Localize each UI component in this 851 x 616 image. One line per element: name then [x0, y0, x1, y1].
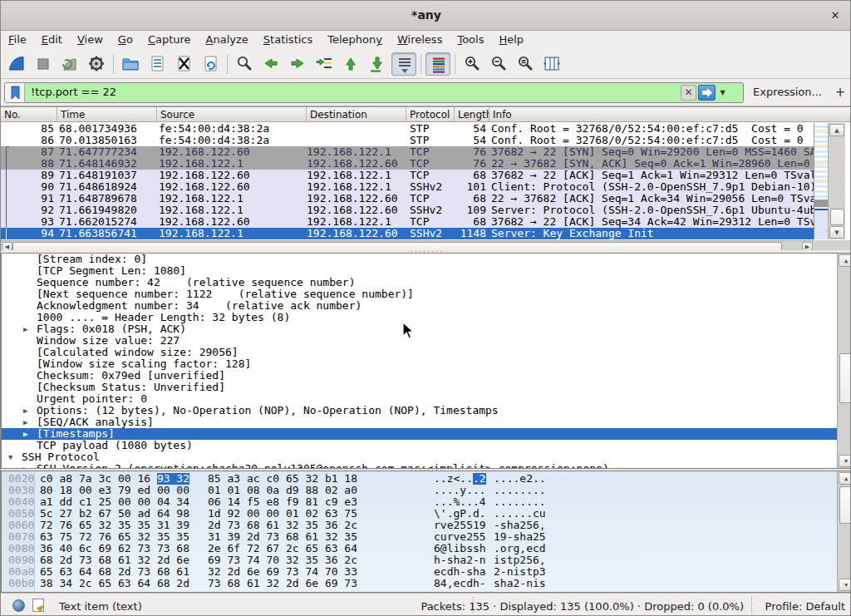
zoom-out-button[interactable]	[486, 52, 511, 76]
detail-row[interactable]: Acknowledgment number: 34 (relative ack …	[2, 300, 851, 312]
column-header-time[interactable]: Time	[57, 107, 157, 122]
detail-row[interactable]: Window size value: 227	[2, 335, 851, 347]
auto-scroll-button[interactable]	[391, 52, 416, 76]
menu-item-wireless[interactable]: Wireless	[390, 31, 450, 50]
resize-columns-button[interactable]	[539, 52, 564, 76]
menu-item-edit[interactable]: Edit	[34, 31, 70, 50]
packet-row-94[interactable]: 9471.663856741192.168.122.1192.168.122.6…	[1, 228, 814, 239]
detail-row[interactable]: Sequence number: 42 (relative sequence n…	[2, 277, 851, 288]
go-first-button[interactable]	[338, 52, 363, 76]
zoom-100-button[interactable]	[513, 52, 538, 76]
close-file-button[interactable]	[171, 52, 196, 76]
detail-row[interactable]: Checksum: 0x79ed [unverified]	[2, 370, 851, 382]
packet-row-91[interactable]: 9171.648789678192.168.122.1192.168.122.6…	[1, 193, 814, 205]
column-header-source[interactable]: Source	[157, 107, 307, 122]
packet-list-minimap[interactable]	[814, 123, 828, 239]
collapse-arrow-icon[interactable]: ▼	[8, 451, 12, 463]
go-back-button[interactable]	[258, 52, 283, 76]
detail-row[interactable]: ▶[SEQ/ACK analysis]	[2, 416, 851, 428]
go-to-packet-button[interactable]	[312, 52, 337, 76]
detail-row[interactable]: ▶SSH Version 2 (encryption:chacha20-poly…	[2, 463, 851, 469]
capture-comment-icon[interactable]	[32, 599, 44, 612]
menu-item-capture[interactable]: Capture	[140, 31, 199, 50]
scroll-up-arrow[interactable]: ▲	[839, 254, 851, 267]
expand-arrow-icon[interactable]: ▶	[23, 405, 27, 416]
detail-row[interactable]: Urgent pointer: 0	[2, 393, 851, 405]
status-profile[interactable]: Profile: Default	[765, 600, 845, 613]
detail-row[interactable]: [Calculated window size: 29056]	[2, 347, 851, 358]
add-filter-button[interactable]: +	[834, 83, 847, 101]
scrollbar-thumb[interactable]	[839, 353, 851, 403]
hex-row-0030[interactable]: 003080 18 00 e3 79 ed 00 0001 01 08 0a d…	[2, 485, 837, 496]
filter-bookmark-button[interactable]	[5, 83, 25, 102]
hex-row-0070[interactable]: 007063 75 72 76 65 32 35 3531 39 2d 73 6…	[2, 531, 837, 543]
packet-list-vertical-scrollbar[interactable]: ▲ ▼	[828, 123, 845, 239]
close-window-button[interactable]: ✕	[827, 7, 844, 24]
expert-info-icon[interactable]	[12, 599, 25, 612]
scroll-up-arrow[interactable]: ▲	[839, 472, 851, 485]
column-header-length[interactable]: Length	[455, 107, 489, 122]
hex-row-0060[interactable]: 006072 76 65 32 35 35 31 392d 73 68 61 3…	[2, 520, 837, 531]
packet-row-89[interactable]: 8971.648191037192.168.122.60192.168.122.…	[1, 170, 814, 181]
detail-row[interactable]: ▼SSH Protocol	[2, 451, 851, 463]
scroll-down-arrow[interactable]: ▼	[839, 455, 851, 467]
save-file-button[interactable]	[145, 52, 170, 76]
capture-options-button[interactable]	[84, 52, 109, 76]
column-header-no[interactable]: No.	[1, 107, 57, 122]
column-header-destination[interactable]: Destination	[307, 107, 406, 122]
zoom-in-button[interactable]	[460, 52, 485, 76]
expand-arrow-icon[interactable]: ▶	[23, 323, 27, 335]
hex-row-00a0[interactable]: 00a065 63 64 68 2d 73 68 6132 2d 6e 69 7…	[2, 566, 837, 578]
menu-item-help[interactable]: Help	[491, 31, 531, 50]
hex-row-0020[interactable]: 0020c0 a8 7a 3c 00 16 93 3285 a3 ac c0 6…	[2, 473, 837, 485]
filter-clear-button[interactable]: ✕	[681, 85, 696, 101]
start-capture-button[interactable]	[4, 52, 29, 76]
detail-row[interactable]: [Checksum Status: Unverified]	[2, 382, 851, 393]
scrollbar-thumb[interactable]	[830, 209, 844, 225]
scroll-up-arrow[interactable]: ▲	[829, 124, 844, 136]
menu-item-telephony[interactable]: Telephony	[320, 31, 390, 50]
detail-row[interactable]: [TCP Segment Len: 1080]	[2, 265, 851, 277]
scroll-down-arrow[interactable]: ▼	[829, 226, 844, 239]
filter-expression-text[interactable]: !tcp.port == 22	[31, 86, 116, 98]
detail-row[interactable]: TCP payload (1080 bytes)	[2, 440, 851, 451]
packet-row-86[interactable]: 8670.013850163fe:54:00:d4:38:2aSTP54Conf…	[1, 135, 814, 146]
go-forward-button[interactable]	[285, 52, 310, 76]
detail-row[interactable]: [Stream index: 0]	[2, 254, 851, 265]
column-header-info[interactable]: Info	[489, 107, 851, 122]
expression-button[interactable]: Expression...	[753, 86, 822, 98]
detail-row[interactable]: 1000 .... = Header Length: 32 bytes (8)	[2, 312, 851, 323]
colorize-button[interactable]	[426, 52, 450, 76]
open-file-button[interactable]	[118, 52, 143, 76]
menu-item-go[interactable]: Go	[111, 31, 140, 50]
bytes-vertical-scrollbar[interactable]: ▲ ▼	[837, 471, 851, 592]
expand-arrow-icon[interactable]: ▶	[23, 416, 27, 428]
hex-row-0080[interactable]: 008036 40 6c 69 62 73 73 682e 6f 72 67 2…	[2, 543, 837, 554]
expand-arrow-icon[interactable]: ▶	[23, 428, 27, 440]
packet-row-88[interactable]: 8871.648146932192.168.122.1192.168.122.6…	[1, 158, 814, 170]
scrollbar-thumb[interactable]	[839, 486, 851, 524]
hex-row-0090[interactable]: 009068 2d 73 68 61 32 2d 6e69 73 74 70 3…	[2, 554, 837, 566]
menu-item-statistics[interactable]: Statistics	[256, 31, 320, 50]
packet-row-92[interactable]: 9271.661949820192.168.122.1192.168.122.6…	[1, 205, 814, 216]
menu-item-analyze[interactable]: Analyze	[199, 31, 256, 50]
packet-row-85[interactable]: 8568.001734936fe:54:00:d4:38:2aSTP54Conf…	[1, 123, 814, 135]
detail-row[interactable]: ▶[Timestamps]	[2, 428, 851, 440]
column-header-protocol[interactable]: Protocol	[406, 107, 455, 122]
find-packet-button[interactable]	[232, 52, 257, 76]
hex-row-0040[interactable]: 0040a1 dd c1 25 00 00 04 3406 14 f5 e8 f…	[2, 496, 837, 508]
menu-item-tools[interactable]: Tools	[450, 31, 491, 50]
go-last-button[interactable]	[365, 52, 390, 76]
detail-row[interactable]: [Window size scaling factor: 128]	[2, 358, 851, 370]
detail-row[interactable]: ▶Flags: 0x018 (PSH, ACK)	[2, 323, 851, 335]
hex-row-0050[interactable]: 00505c 27 b2 67 50 ad 64 981d 92 00 00 0…	[2, 508, 837, 520]
details-vertical-scrollbar[interactable]: ▲ ▼	[837, 254, 851, 468]
packet-row-87[interactable]: 8771.647777234192.168.122.60192.168.122.…	[1, 146, 814, 158]
hex-row-00b0[interactable]: 00b038 34 2c 65 63 64 68 2d73 68 61 32 2…	[2, 578, 837, 589]
detail-row[interactable]: ▶Options: (12 bytes), No-Operation (NOP)…	[2, 405, 851, 416]
detail-row[interactable]: [Next sequence number: 1122 (relative se…	[2, 288, 851, 300]
scroll-down-arrow[interactable]: ▼	[839, 579, 851, 591]
expand-arrow-icon[interactable]: ▶	[23, 463, 27, 469]
packet-row-90[interactable]: 9071.648618924192.168.122.60192.168.122.…	[1, 181, 814, 193]
restart-capture-button[interactable]	[57, 52, 82, 76]
